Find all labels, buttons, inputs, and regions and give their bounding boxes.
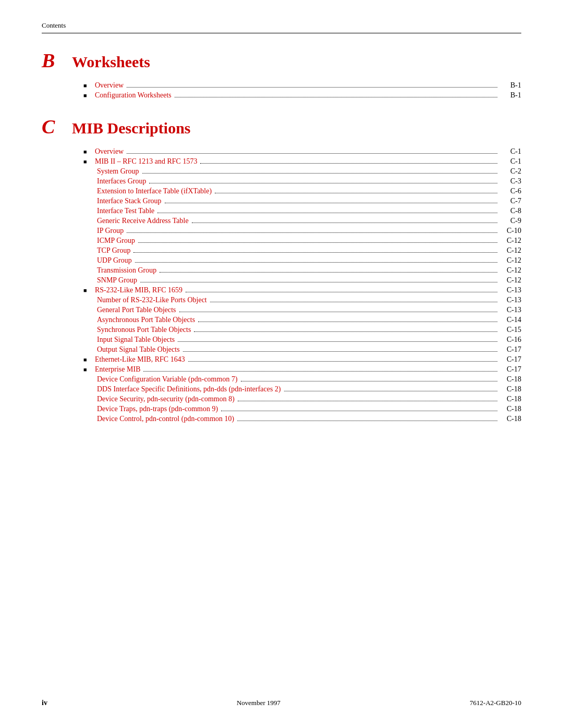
toc-dots	[133, 252, 497, 253]
toc-label[interactable]: System Group	[97, 167, 139, 176]
toc-subentry: DDS Interface Specific Definitions, pdn-…	[97, 385, 521, 393]
toc-dots	[127, 87, 497, 88]
toc-dots	[143, 371, 497, 372]
toc-label[interactable]: Generic Receive Address Table	[97, 217, 189, 225]
toc-subentry: Device Security, pdn-security (pdn-commo…	[97, 395, 521, 403]
toc-subentry: Interface Test Table C-8	[97, 207, 521, 215]
toc-dots	[198, 322, 497, 322]
toc-subentry: SNMP Group C-12	[97, 276, 521, 285]
toc-label[interactable]: Enterprise MIB	[95, 365, 140, 374]
toc-label[interactable]: ICMP Group	[97, 237, 135, 245]
toc-page: C-16	[500, 336, 521, 344]
toc-subentry: Device Control, pdn-control (pdn-common …	[97, 415, 521, 423]
toc-dots	[175, 97, 497, 97]
footer-page-number: iv	[42, 699, 47, 707]
toc-label[interactable]: Interface Test Table	[97, 207, 154, 215]
toc-dots	[221, 411, 497, 411]
toc-page: C-12	[500, 266, 521, 275]
toc-page: C-1	[500, 157, 521, 166]
toc-label[interactable]: Device Control, pdn-control (pdn-common …	[97, 415, 234, 423]
toc-label[interactable]: Input Signal Table Objects	[97, 336, 175, 344]
chapter-c: C MIB Descriptions ■ Overview C-1 ■ MIB …	[42, 115, 521, 423]
toc-page: C-6	[500, 187, 521, 195]
toc-page: C-13	[500, 296, 521, 304]
toc-label[interactable]: DDS Interface Specific Definitions, pdn-…	[97, 385, 281, 393]
toc-page: C-1	[500, 147, 521, 156]
toc-subentry: General Port Table Objects C-13	[97, 306, 521, 314]
toc-label[interactable]: UDP Group	[97, 256, 132, 265]
toc-page: C-18	[500, 405, 521, 413]
toc-label[interactable]: TCP Group	[97, 246, 130, 255]
toc-label[interactable]: Ethernet-Like MIB, RFC 1643	[95, 355, 185, 364]
toc-dots	[142, 173, 498, 174]
header-label: Contents	[42, 21, 66, 29]
toc-label[interactable]: Interfaces Group	[97, 177, 146, 186]
toc-label[interactable]: Configuration Worksheets	[95, 91, 172, 100]
toc-label[interactable]: Overview	[95, 147, 124, 156]
toc-label[interactable]: Overview	[95, 81, 124, 90]
toc-label[interactable]: Transmission Group	[97, 266, 156, 275]
toc-subentry: Synchronous Port Table Objects C-15	[97, 326, 521, 334]
toc-page: C-18	[500, 375, 521, 384]
toc-page: C-10	[500, 227, 521, 235]
toc-dots	[284, 391, 497, 391]
toc-subentry: Device Configuration Variable (pdn-commo…	[97, 375, 521, 384]
toc-dots	[149, 183, 497, 183]
toc-label[interactable]: Extension to Interface Table (ifXTable)	[97, 187, 212, 195]
toc-page: C-9	[500, 217, 521, 225]
toc-dots	[237, 421, 497, 421]
toc-dots	[200, 163, 497, 164]
toc-dots	[183, 351, 497, 352]
chapter-b-heading: B Worksheets	[42, 49, 521, 72]
bullet-icon: ■	[83, 287, 91, 293]
toc-label[interactable]: Synchronous Port Table Objects	[97, 326, 191, 334]
page: Contents B Worksheets ■ Overview B-1 ■ C…	[0, 0, 563, 728]
toc-entry: ■ Ethernet-Like MIB, RFC 1643 C-17	[83, 355, 521, 364]
toc-subentry: Device Traps, pdn-traps (pdn-common 9) C…	[97, 405, 521, 413]
toc-subentry: ICMP Group C-12	[97, 237, 521, 245]
toc-label[interactable]: Output Signal Table Objects	[97, 346, 180, 354]
toc-dots	[188, 361, 497, 362]
toc-label[interactable]: MIB II – RFC 1213 and RFC 1573	[95, 157, 197, 166]
toc-label[interactable]: Number of RS-232-Like Ports Object	[97, 296, 207, 304]
toc-subentry: Interfaces Group C-3	[97, 177, 521, 186]
footer-date: November 1997	[237, 699, 280, 707]
toc-page: B-1	[500, 81, 521, 90]
toc-subentry: Input Signal Table Objects C-16	[97, 336, 521, 344]
toc-dots	[127, 153, 497, 154]
toc-subentry: UDP Group C-12	[97, 256, 521, 265]
footer-document-id: 7612-A2-GB20-10	[470, 699, 521, 707]
toc-dots	[160, 272, 497, 273]
chapter-b: B Worksheets ■ Overview B-1 ■ Configurat…	[42, 49, 521, 100]
toc-subentry: Transmission Group C-12	[97, 266, 521, 275]
toc-label[interactable]: General Port Table Objects	[97, 306, 176, 314]
toc-page: C-12	[500, 256, 521, 265]
toc-label[interactable]: Device Traps, pdn-traps (pdn-common 9)	[97, 405, 218, 413]
toc-page: C-18	[500, 395, 521, 403]
chapter-b-toc: ■ Overview B-1 ■ Configuration Worksheet…	[83, 81, 521, 100]
toc-subentry: Number of RS-232-Like Ports Object C-13	[97, 296, 521, 304]
toc-label[interactable]: IP Group	[97, 227, 124, 235]
page-footer: iv November 1997 7612-A2-GB20-10	[42, 699, 521, 707]
toc-subentry: Asynchronous Port Table Objects C-14	[97, 316, 521, 324]
toc-dots	[192, 223, 497, 223]
toc-label[interactable]: SNMP Group	[97, 276, 137, 285]
toc-label[interactable]: Device Security, pdn-security (pdn-commo…	[97, 395, 235, 403]
toc-entry: ■ RS-232-Like MIB, RFC 1659 C-13	[83, 286, 521, 294]
toc-dots	[165, 203, 497, 203]
bullet-icon: ■	[83, 149, 91, 155]
toc-subentry: Output Signal Table Objects C-17	[97, 346, 521, 354]
toc-subentry: System Group C-2	[97, 167, 521, 176]
toc-page: C-12	[500, 276, 521, 285]
toc-label[interactable]: RS-232-Like MIB, RFC 1659	[95, 286, 182, 294]
toc-label[interactable]: Device Configuration Variable (pdn-commo…	[97, 375, 238, 384]
toc-entry: ■ Enterprise MIB C-17	[83, 365, 521, 374]
chapter-b-title: Worksheets	[72, 53, 150, 71]
toc-label[interactable]: Interface Stack Group	[97, 197, 162, 205]
toc-dots	[127, 232, 497, 233]
toc-page: B-1	[500, 91, 521, 100]
toc-page: C-2	[500, 167, 521, 176]
chapter-c-letter: C	[42, 115, 63, 138]
toc-label[interactable]: Asynchronous Port Table Objects	[97, 316, 195, 324]
toc-page: C-18	[500, 385, 521, 393]
